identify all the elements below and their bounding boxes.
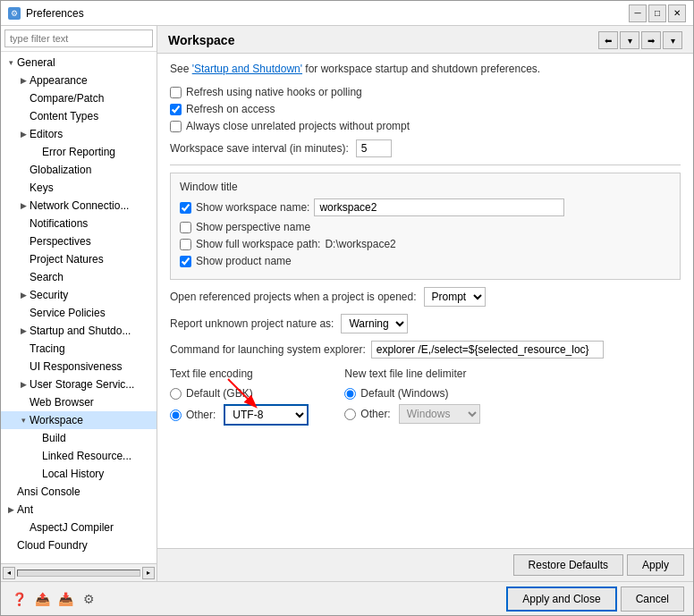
delimiter-select[interactable]: Windows Unix Mac (399, 404, 480, 424)
sidebar-item-tracing[interactable]: ▶ Tracing (1, 340, 157, 358)
spacer-cloud: ▶ (4, 539, 17, 552)
sidebar-label-keys: Keys (30, 181, 54, 194)
sidebar-item-security[interactable]: ▶ Security (1, 286, 157, 304)
sidebar-label-globalization: Globalization (30, 164, 91, 176)
spacer-search: ▶ (17, 271, 30, 283)
checkbox-label-show-workspace-name: Show workspace name: (196, 201, 309, 214)
sidebar-item-local-history[interactable]: ▶ Local History (1, 465, 157, 483)
import-icon[interactable]: 📥 (56, 590, 74, 608)
radio-default-windows[interactable] (344, 388, 356, 400)
radio-other-delimiter[interactable] (344, 409, 356, 420)
checkbox-show-perspective[interactable] (180, 222, 191, 233)
sidebar-label-editors: Editors (30, 128, 63, 140)
checkbox-show-workspace-name[interactable] (180, 202, 191, 214)
spacer-content: ▶ (17, 110, 30, 122)
restore-defaults-button[interactable]: Restore Defaults (513, 554, 623, 576)
sidebar-item-keys[interactable]: ▶ Keys (1, 179, 157, 197)
checkbox-label-show-full-path: Show full workspace path: (196, 238, 320, 250)
line-delimiter-title: New text file line delimiter (344, 367, 479, 380)
open-referenced-select[interactable]: Prompt Always Never (424, 287, 486, 307)
cancel-button[interactable]: Cancel (621, 586, 684, 612)
maximize-button[interactable]: □ (648, 4, 666, 22)
sidebar-item-user-storage[interactable]: ▶ User Storage Servic... (1, 376, 157, 393)
sidebar-item-aspectj[interactable]: ▶ AspectJ Compiler (1, 519, 157, 536)
command-label: Command for launching system explorer: (170, 343, 366, 356)
apply-button[interactable]: Apply (627, 554, 684, 576)
sidebar-item-general[interactable]: ▾ General (1, 54, 157, 72)
sidebar-label-aspectj: AspectJ Compiler (30, 521, 114, 534)
sidebar-item-content-types[interactable]: ▶ Content Types (1, 107, 157, 125)
sidebar-item-project-natures[interactable]: ▶ Project Natures (1, 250, 157, 268)
sidebar-label-compare-patch: Compare/Patch (30, 92, 104, 105)
expand-icon-user-storage: ▶ (17, 378, 30, 391)
nav-forward-dropdown-button[interactable]: ▾ (663, 31, 682, 49)
spacer-persp: ▶ (17, 235, 30, 248)
spacer-svc: ▶ (17, 307, 30, 319)
content-area: ▾ General ▶ Appearance (1, 26, 693, 581)
close-button[interactable]: ✕ (668, 4, 686, 22)
sidebar-item-linked-resources[interactable]: ▶ Linked Resource... (1, 447, 157, 465)
sidebar-item-cloud-foundry[interactable]: ▶ Cloud Foundry (1, 536, 157, 554)
startup-shutdown-link[interactable]: 'Startup and Shutdown' (192, 63, 302, 75)
settings-icon[interactable]: ⚙ (80, 590, 97, 608)
scroll-right[interactable]: ▸ (142, 567, 155, 579)
sidebar-label-ui-responsiveness: UI Responsiveness (30, 360, 122, 373)
sidebar-item-compare-patch[interactable]: ▶ Compare/Patch (1, 89, 157, 107)
sidebar-item-editors[interactable]: ▶ Editors (1, 125, 157, 143)
preferences-window: ⚙ Preferences ─ □ ✕ ▾ General (0, 0, 694, 616)
workspace-name-input[interactable] (314, 198, 564, 216)
nav-dropdown-button[interactable]: ▾ (620, 31, 639, 49)
checkbox-show-full-path[interactable] (180, 239, 191, 250)
sidebar-item-perspectives[interactable]: ▶ Perspectives (1, 232, 157, 250)
sidebar-item-ui-responsiveness[interactable]: ▶ UI Responsiveness (1, 358, 157, 376)
checkbox-label-refresh-access: Refresh on access (186, 103, 275, 115)
window-title-group: Window title Show workspace name: Show p… (170, 173, 681, 280)
spacer-keys: ▶ (17, 181, 30, 194)
sidebar-label-tracing: Tracing (30, 342, 65, 355)
sidebar-item-ansi-console[interactable]: ▶ Ansi Console (1, 483, 157, 501)
sidebar-label-workspace: Workspace (30, 414, 83, 426)
titlebar-controls: ─ □ ✕ (629, 4, 686, 22)
sidebar-label-service-policies: Service Policies (30, 307, 106, 319)
footer-right: Apply and Close Cancel (506, 586, 684, 612)
sidebar-item-error-reporting[interactable]: ▶ Error Reporting (1, 143, 157, 161)
sidebar-item-service-policies[interactable]: ▶ Service Policies (1, 304, 157, 322)
line-delimiter-group: New text file line delimiter Default (Wi… (344, 367, 479, 426)
checkbox-show-product-name[interactable] (180, 256, 191, 267)
titlebar-left: ⚙ Preferences (8, 7, 84, 20)
sidebar-item-notifications[interactable]: ▶ Notifications (1, 215, 157, 232)
scroll-left[interactable]: ◂ (3, 567, 15, 579)
sidebar-item-startup[interactable]: ▶ Startup and Shutdo... (1, 322, 157, 340)
help-icon[interactable]: ❓ (10, 590, 28, 608)
sidebar-item-search[interactable]: ▶ Search (1, 268, 157, 286)
sidebar-item-workspace[interactable]: ▾ Workspace (1, 411, 157, 429)
checkbox-row-show-full-path: Show full workspace path: D:\workspace2 (180, 238, 671, 250)
radio-other-encoding[interactable] (170, 409, 182, 421)
open-referenced-label: Open referenced projects when a project … (170, 291, 417, 303)
report-unknown-select[interactable]: Warning Error Info (341, 314, 408, 333)
sidebar-item-globalization[interactable]: ▶ Globalization (1, 161, 157, 179)
save-interval-input[interactable] (356, 139, 392, 157)
sidebar-item-network[interactable]: ▶ Network Connectio... (1, 197, 157, 215)
checkbox-refresh-access[interactable] (170, 104, 182, 115)
export-icon[interactable]: 📤 (33, 590, 51, 608)
sidebar-item-build[interactable]: ▶ Build (1, 429, 157, 447)
nav-back-button[interactable]: ⬅ (598, 31, 618, 49)
spacer-error: ▶ (30, 146, 42, 158)
sidebar-label-general: General (17, 56, 55, 69)
radio-default-gbk[interactable] (170, 388, 182, 400)
radio-row-other-delimiter: Other: Windows Unix Mac (344, 404, 479, 424)
command-input[interactable] (371, 341, 604, 359)
search-input[interactable] (4, 30, 153, 47)
checkbox-refresh-native[interactable] (170, 87, 182, 98)
sidebar-item-web-browser[interactable]: ▶ Web Browser (1, 393, 157, 411)
minimize-button[interactable]: ─ (629, 4, 647, 22)
apply-and-close-button[interactable]: Apply and Close (506, 586, 616, 612)
sidebar-item-appearance[interactable]: ▶ Appearance (1, 72, 157, 89)
sidebar-item-ant[interactable]: ▶ Ant (1, 501, 157, 519)
checkbox-close-unrelated[interactable] (170, 121, 182, 132)
scroll-track[interactable] (17, 570, 140, 577)
nav-forward-button[interactable]: ➡ (641, 31, 661, 49)
radio-label-other-delimiter: Other: (360, 408, 390, 420)
spacer-notif: ▶ (17, 217, 30, 230)
